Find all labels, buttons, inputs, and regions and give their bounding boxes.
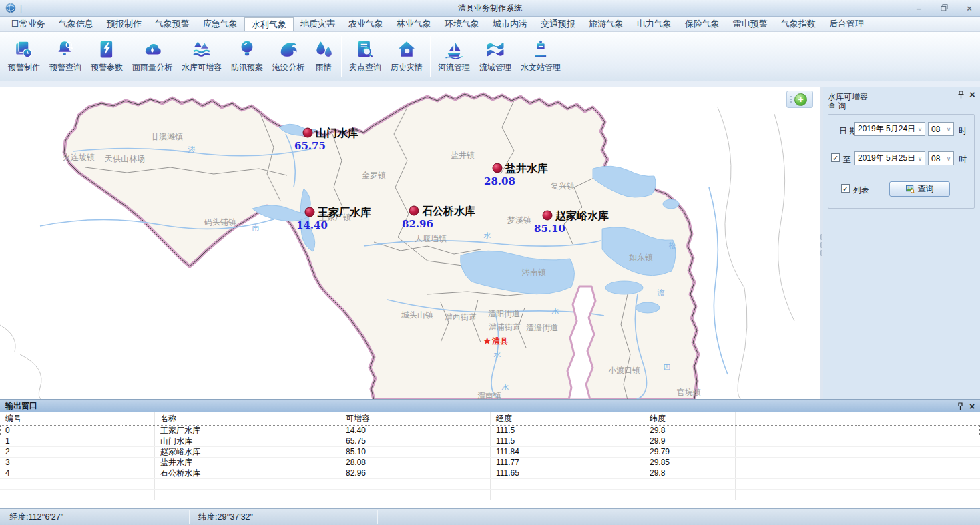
menu-item-4[interactable]: 气象预警 [148, 17, 196, 31]
reservoir-capacity-value: 82.96 [402, 218, 433, 230]
query-button[interactable]: 查询 [889, 181, 950, 197]
table-cell [491, 479, 644, 489]
house-disaster-icon [397, 39, 417, 59]
tool-doc-search-button[interactable]: 灾点查询 [344, 37, 386, 76]
menu-item-2[interactable]: 气象信息 [52, 17, 100, 31]
table-row[interactable]: 0王家厂水库14.40111.529.8 [0, 426, 980, 436]
menu-item-7[interactable]: 地质灾害 [294, 17, 342, 31]
tool-button-label: 防汛预案 [231, 62, 263, 73]
table-cell: 28.08 [340, 458, 491, 468]
tool-house-disaster-button[interactable]: 历史灾情 [386, 37, 427, 76]
tool-button-label: 预警制作 [8, 62, 40, 73]
table-cell: 65.75 [340, 436, 491, 446]
zoom-in-button[interactable]: + [794, 93, 807, 106]
to-hour-select[interactable]: 08 ∨ [928, 151, 954, 165]
table-row[interactable]: 3盐井水库28.08111.7729.85 [0, 458, 980, 468]
bell-search-icon [55, 39, 75, 59]
table-cell: 29.9 [644, 436, 736, 446]
table-cell: 盐井水库 [155, 458, 340, 468]
town-label: 盐井镇 [451, 151, 475, 160]
town-label: 澧西街道 [445, 312, 477, 322]
menu-item-14[interactable]: 电力气象 [630, 17, 678, 31]
town-label: 澧阳街道 [488, 309, 520, 318]
column-header[interactable]: 可增容 [340, 412, 491, 425]
river-label: 涔 [188, 145, 196, 153]
panel-close-icon[interactable]: × [969, 89, 975, 100]
close-button[interactable]: × [963, 3, 976, 13]
to-checkbox[interactable]: ✓ [831, 153, 840, 162]
tool-button-label: 历史灾情 [391, 62, 423, 73]
reservoir-name-label: 盐井水库 [505, 162, 548, 175]
menu-item-17[interactable]: 气象指数 [774, 17, 822, 31]
menu-item-13[interactable]: 旅游气象 [582, 17, 630, 31]
reservoir-marker[interactable] [493, 163, 502, 173]
to-label: 至 [843, 154, 851, 165]
tool-wave-button[interactable]: 淹没分析 [268, 37, 309, 76]
table-cell: 29.79 [644, 447, 736, 457]
menu-item-15[interactable]: 保险气象 [678, 17, 726, 31]
menu-item-9[interactable]: 林业气象 [390, 17, 438, 31]
map-area[interactable]: 甘溪滩镇火连坡镇天供山林场金罗镇盐井镇复兴镇梦溪镇大堰垱镇涔南镇如东镇码头铺镇王… [0, 87, 820, 399]
from-date-select[interactable]: 2019年 5月24日 ∨ [854, 122, 925, 136]
menu-item-18[interactable]: 后台管理 [822, 17, 871, 31]
menu-item-16[interactable]: 雷电预警 [726, 17, 774, 31]
tool-button-label: 流域管理 [479, 62, 511, 73]
ribbon-toolbar: 预警制作预警查询预警参数面雨量分析水库可增容防汛预案淹没分析雨情灾点查询历史灾情… [0, 32, 980, 81]
tool-lightbulb-button[interactable]: 防汛预案 [226, 37, 268, 76]
sailboat-icon [444, 39, 464, 59]
pin-icon[interactable] [957, 402, 963, 415]
tool-button-label: 河流管理 [438, 62, 470, 73]
column-header[interactable]: 编号 [0, 412, 155, 425]
drag-grip-icon[interactable] [790, 96, 792, 103]
menu-item-6[interactable]: 水利气象 [244, 17, 294, 31]
river-label: 南 [252, 223, 260, 231]
reservoir-marker[interactable] [303, 128, 312, 137]
table-row[interactable]: 4石公桥水库82.96111.6529.8 [0, 468, 980, 479]
town-label: 澧澹街道 [526, 323, 558, 332]
tool-doc-lightning-button[interactable]: 预警参数 [86, 37, 128, 76]
reservoir-marker[interactable] [409, 206, 419, 215]
tool-sailboat-button[interactable]: 河流管理 [433, 37, 475, 76]
reservoir-marker[interactable] [305, 207, 314, 217]
tool-bell-search-button[interactable]: 预警查询 [45, 37, 86, 76]
menu-item-11[interactable]: 城市内涝 [486, 17, 534, 31]
list-checkbox[interactable]: ✓ [841, 184, 850, 193]
tool-button-label: 预警查询 [49, 62, 81, 73]
menu-item-5[interactable]: 应急气象 [196, 17, 244, 31]
tool-waves-button[interactable]: 流域管理 [475, 37, 516, 76]
menu-item-10[interactable]: 环境气象 [438, 17, 486, 31]
to-date-select[interactable]: 2019年 5月25日 ∨ [854, 151, 925, 165]
table-row[interactable]: 2赵家峪水库85.10111.8429.79 [0, 447, 980, 458]
menu-item-3[interactable]: 预报制作 [100, 17, 148, 31]
tool-raindrops-button[interactable]: 雨情 [309, 37, 338, 76]
toolbar-group-separator [430, 36, 431, 77]
column-header[interactable]: 经度 [491, 412, 644, 425]
minimize-button[interactable]: – [912, 3, 925, 13]
menu-item-8[interactable]: 农业气象 [342, 17, 390, 31]
reservoir-marker[interactable] [543, 211, 552, 220]
restore-button[interactable] [937, 3, 951, 13]
toolbar-group-separator [341, 36, 342, 77]
table-cell: 82.96 [340, 468, 491, 478]
chevron-down-icon: ∨ [944, 126, 953, 133]
table-cell: 石公桥水库 [155, 468, 340, 478]
table-cell-filler [736, 447, 980, 457]
tool-pages-clock-button[interactable]: 预警制作 [3, 37, 45, 76]
menu-item-1[interactable]: 日常业务 [4, 17, 52, 31]
chevron-down-icon: ∨ [944, 155, 953, 162]
table-row[interactable]: 1山门水库65.75111.529.9 [0, 436, 980, 447]
table-row[interactable] [0, 490, 980, 500]
from-hour-select[interactable]: 08 ∨ [928, 122, 954, 136]
river-label: 四 [664, 363, 671, 371]
column-header[interactable]: 纬度 [644, 412, 736, 425]
tool-hydro-station-button[interactable]: 水文站管理 [516, 37, 565, 76]
menu-item-12[interactable]: 交通预报 [534, 17, 582, 31]
output-window-header: 输出窗口 × [0, 399, 980, 412]
pin-icon[interactable] [957, 91, 964, 101]
column-header[interactable]: 名称 [155, 412, 340, 425]
tool-trees-water-button[interactable]: 水库可增容 [177, 37, 226, 76]
table-row[interactable] [0, 479, 980, 490]
tool-cloud-rain-button[interactable]: 面雨量分析 [128, 37, 177, 76]
table-cell [155, 490, 340, 500]
output-close-icon[interactable]: × [969, 400, 975, 413]
